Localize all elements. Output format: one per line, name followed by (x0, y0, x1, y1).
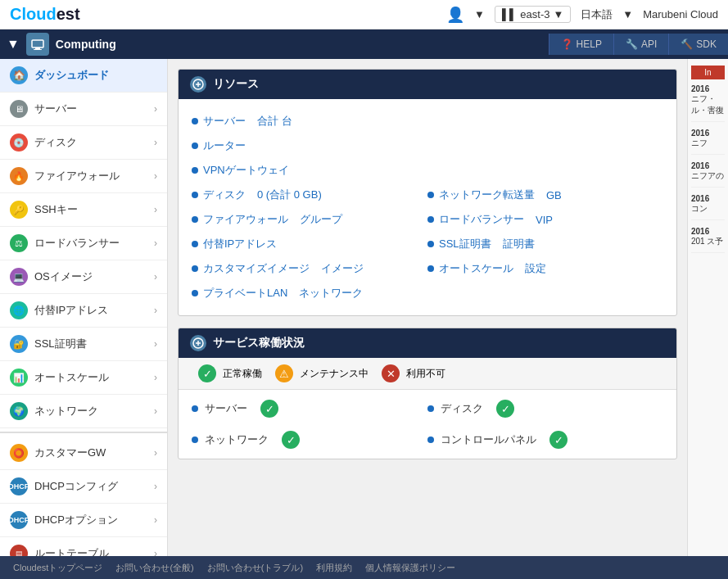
resource-dot (192, 118, 198, 124)
footer-link-privacy[interactable]: 個人情報保護ポリシー (365, 562, 455, 574)
language-chevron-icon: ▼ (622, 8, 633, 20)
disk-arrow-icon: › (154, 137, 157, 148)
help-icon: ❓ (561, 38, 573, 50)
region-label: east-3 (520, 8, 549, 20)
service-grid: サーバー ✓ ディスク ✓ ネットワーク ✓ コントロールパネル ✓ (179, 390, 676, 459)
news-text-2: ニフ (691, 138, 725, 149)
resource-dot (192, 241, 198, 247)
news-item-2: 2016 ニフ (691, 129, 725, 155)
news-date-2: 2016 (691, 129, 725, 138)
help-button[interactable]: ❓ HELP (549, 34, 613, 55)
server-label: サーバー (34, 102, 77, 116)
service-network: ネットワーク ✓ (192, 424, 427, 455)
resource-dot (427, 241, 434, 247)
sidebar-item-ip[interactable]: 🌐 付替IPアドレス › (0, 294, 167, 328)
resource-router: ルーター (192, 133, 427, 158)
ok-label: 正常稼働 (223, 367, 262, 381)
sidebar-item-dashboard[interactable]: 🏠 ダッシュボード (0, 59, 167, 93)
resource-disk-label[interactable]: ディスク (203, 188, 246, 202)
region-bars-icon: ▌▌ (502, 8, 517, 20)
ssh-arrow-icon: › (154, 204, 157, 215)
firewall-arrow-icon: › (154, 170, 157, 182)
resource-dot (192, 167, 198, 174)
lb-label: ロードバランサー (34, 236, 120, 251)
resource-ip-label[interactable]: 付替IPアドレス (203, 237, 277, 251)
resource-lb: ロードバランサー VIP (427, 207, 663, 232)
sidebar-item-lb[interactable]: ⚖ ロードバランサー › (0, 227, 167, 260)
sdk-button[interactable]: 🔨 SDK (668, 34, 728, 55)
resource-spacer-2 (427, 133, 663, 158)
sidebar-item-ssh[interactable]: 🔑 SSHキー › (0, 193, 167, 227)
service-network-label: ネットワーク (205, 432, 269, 447)
error-label: 利用不可 (406, 367, 445, 381)
nav-right: 👤 ▼ ▌▌ east-3 ▼ 日本語 ▼ Marubeni Cloud (446, 6, 718, 24)
resource-firewall-value: グループ (300, 212, 342, 227)
service-disk-status-icon: ✓ (496, 400, 514, 418)
resources-header-icon (190, 76, 206, 93)
footer-link-top[interactable]: Cloudestトップページ (13, 562, 102, 574)
sidebar-item-dhcp-option[interactable]: DHCP DHCPオプション › (0, 504, 167, 537)
service-dot (192, 437, 198, 443)
sidebar-item-route[interactable]: ▤ ルートテーブル › (0, 537, 167, 556)
ok-icon: ✓ (198, 364, 216, 382)
region-selector[interactable]: ▌▌ east-3 ▼ (495, 6, 571, 23)
resource-custom-image: カスタマイズイメージ イメージ (192, 256, 427, 281)
server-arrow-icon: › (154, 103, 157, 115)
sidebar-item-gw[interactable]: ⭕ カスタマーGW › (0, 437, 167, 470)
resource-ssl-value: 証明書 (503, 237, 535, 251)
route-arrow-icon: › (154, 548, 157, 556)
footer-link-terms[interactable]: 利用規約 (316, 562, 352, 574)
dropdown-icon[interactable]: ▼ (474, 8, 485, 20)
resource-transfer-value: GB (546, 189, 562, 201)
resource-dot (192, 216, 198, 223)
resource-firewall-label[interactable]: ファイアウォール (203, 212, 288, 227)
top-navbar: Cloudest 👤 ▼ ▌▌ east-3 ▼ 日本語 ▼ Marubeni … (0, 0, 728, 29)
service-dot (427, 437, 434, 443)
sidebar-item-firewall[interactable]: 🔥 ファイアウォール › (0, 160, 167, 193)
toggle-btn[interactable]: ▼ (7, 37, 20, 52)
footer-link-contact-all[interactable]: お問い合わせ(全般) (115, 562, 193, 574)
footer-link-contact-trouble[interactable]: お問い合わせ(トラブル) (207, 562, 303, 574)
resource-lb-label[interactable]: ロードバランサー (439, 212, 524, 227)
resource-ssl-label[interactable]: SSL証明書 (439, 237, 491, 251)
os-label: OSイメージ (34, 269, 93, 284)
resource-custom-image-label[interactable]: カスタマイズイメージ (203, 261, 310, 276)
resource-spacer-1 (427, 109, 663, 133)
resource-disk-value: 0 (合計 0 GB) (257, 188, 322, 202)
ip-icon: 🌐 (10, 301, 28, 319)
sidebar-item-disk[interactable]: 💿 ディスク › (0, 126, 167, 160)
svg-rect-2 (34, 49, 42, 50)
resource-private-lan: プライベートLAN ネットワーク (192, 281, 427, 305)
resource-vpn-label[interactable]: VPNゲートウェイ (203, 163, 289, 178)
resource-dot (427, 192, 434, 198)
news-item-4: 2016 コン (691, 194, 725, 220)
resource-dot (192, 265, 198, 272)
resource-router-label[interactable]: ルーター (203, 138, 246, 153)
svg-rect-0 (32, 40, 43, 47)
language-selector[interactable]: 日本語 (581, 7, 613, 22)
resource-autoscale-label[interactable]: オートスケール (439, 261, 513, 276)
resource-ssl: SSL証明書 証明書 (427, 232, 663, 256)
lb-arrow-icon: › (154, 237, 157, 249)
resource-server-label[interactable]: サーバー (203, 114, 246, 129)
warn-icon: ⚠ (275, 364, 293, 382)
sidebar-item-network[interactable]: 🌍 ネットワーク › (0, 395, 167, 428)
user-icon[interactable]: 👤 (446, 6, 464, 24)
firewall-icon: 🔥 (10, 167, 28, 185)
dhcp-config-label: DHCPコンフィグ (34, 479, 118, 494)
resource-transfer-label[interactable]: ネットワーク転送量 (439, 188, 535, 202)
ip-arrow-icon: › (154, 305, 157, 316)
api-button[interactable]: 🔧 API (613, 34, 668, 55)
sidebar-item-ssl[interactable]: 🔐 SSL証明書 › (0, 328, 167, 361)
sidebar-item-os[interactable]: 💻 OSイメージ › (0, 260, 167, 294)
resource-vpn: VPNゲートウェイ (192, 158, 427, 183)
service-network-status-icon: ✓ (282, 431, 300, 449)
news-text-3: ニフアの (691, 170, 725, 182)
sdk-label: SDK (696, 38, 717, 50)
service-status-section: サービス稼働状況 ✓ 正常稼働 ⚠ メンテナンス中 ✕ 利用不可 (178, 328, 677, 459)
disk-label: ディスク (34, 135, 77, 150)
sidebar-item-dhcp-config[interactable]: DHCP DHCPコンフィグ › (0, 470, 167, 504)
sidebar-item-autoscale[interactable]: 📊 オートスケール › (0, 361, 167, 395)
resource-private-lan-label[interactable]: プライベートLAN (203, 286, 287, 301)
sidebar-item-server[interactable]: 🖥 サーバー › (0, 93, 167, 126)
